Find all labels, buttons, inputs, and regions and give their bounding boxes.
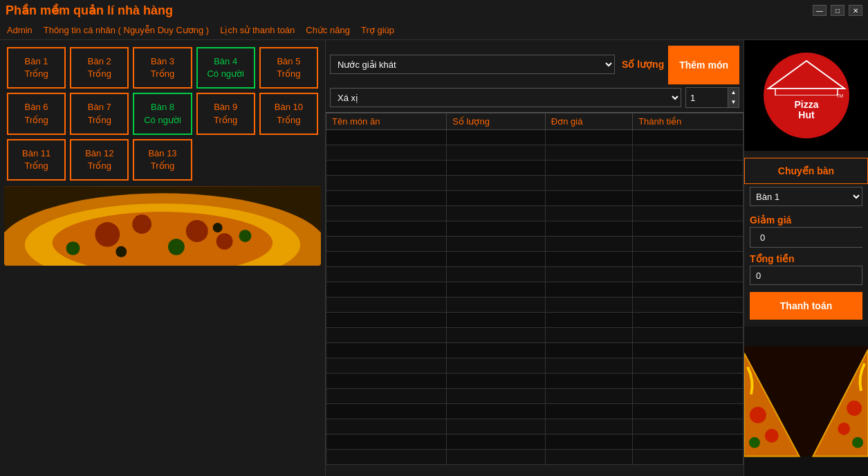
table-button-ban4[interactable]: Bàn 4Có người xyxy=(196,47,255,89)
table-label: Bàn 12 xyxy=(85,147,113,160)
svg-text:Hut: Hut xyxy=(798,109,815,120)
cell-ten-mon xyxy=(326,206,447,221)
table-button-ban12[interactable]: Bàn 12Trống xyxy=(70,139,129,181)
table-row xyxy=(326,343,744,358)
cell-ten-mon xyxy=(326,145,447,161)
table-select[interactable]: Bàn 1Bàn 2Bàn 3Bàn 4Bàn 5Bàn 6Bàn 7Bàn 8… xyxy=(750,187,862,206)
cell-don-gia xyxy=(545,130,632,145)
menu-lichsu[interactable]: Lịch sử thanh toán xyxy=(220,25,295,35)
menu-admin[interactable]: Admin xyxy=(7,25,33,35)
svg-point-23 xyxy=(838,423,850,435)
qty-down-button[interactable]: ▼ xyxy=(728,98,739,107)
cell-don-gia xyxy=(545,267,632,282)
table-row xyxy=(326,389,744,404)
cell-don-gia xyxy=(545,343,632,358)
table-status: Trống xyxy=(277,68,300,80)
them-mon-button[interactable]: Thêm món xyxy=(668,46,739,84)
menu-trogiup[interactable]: Trợ giúp xyxy=(361,25,394,35)
table-row xyxy=(326,374,744,389)
cell-so-luong xyxy=(447,252,546,267)
cell-so-luong xyxy=(447,282,546,298)
table-row xyxy=(326,145,744,161)
cell-don-gia xyxy=(545,237,632,252)
cell-ten-mon xyxy=(326,434,447,450)
table-button-ban5[interactable]: Bàn 5Trống xyxy=(259,47,318,89)
minimize-button[interactable]: — xyxy=(813,5,827,16)
svg-point-22 xyxy=(847,401,862,416)
cell-ten-mon xyxy=(326,221,447,237)
cell-ten-mon xyxy=(326,282,447,298)
pizza-bottom-image xyxy=(744,327,868,476)
cell-so-luong xyxy=(447,176,546,191)
qty-input[interactable] xyxy=(686,88,728,107)
window-controls: — □ ✕ xyxy=(813,5,862,16)
cell-so-luong xyxy=(447,313,546,328)
cell-thanh-tien xyxy=(633,434,744,450)
app-title: Phần mềm quản lí nhà hàng xyxy=(6,3,173,18)
cell-so-luong xyxy=(447,343,546,358)
cell-don-gia xyxy=(545,298,632,313)
table-row xyxy=(326,206,744,221)
table-button-ban8[interactable]: Bàn 8Có người xyxy=(133,93,192,134)
pizza-logo-area: Pizza Hut TM xyxy=(744,40,868,151)
cell-thanh-tien xyxy=(633,252,744,267)
cell-don-gia xyxy=(545,450,632,465)
qty-up-button[interactable]: ▲ xyxy=(728,88,739,98)
table-row xyxy=(326,221,744,237)
cell-so-luong xyxy=(447,237,546,252)
svg-point-12 xyxy=(213,223,223,232)
table-button-ban6[interactable]: Bàn 6Trống xyxy=(7,93,66,134)
cell-thanh-tien xyxy=(633,237,744,252)
cell-thanh-tien xyxy=(633,221,744,237)
thanh-toan-button[interactable]: Thanh toán xyxy=(750,292,862,320)
left-panel: Bàn 1TrốngBàn 2TrốngBàn 3TrốngBàn 4Có ng… xyxy=(0,40,325,476)
cell-don-gia xyxy=(545,176,632,191)
cell-don-gia xyxy=(545,434,632,450)
item-select[interactable]: Xá xị Coca Cola Pepsi 7-Up xyxy=(330,88,681,107)
cell-so-luong xyxy=(447,145,546,161)
table-status: Trống xyxy=(277,114,300,127)
cell-so-luong xyxy=(447,328,546,343)
close-button[interactable]: ✕ xyxy=(849,5,862,16)
table-button-ban10[interactable]: Bàn 10Trống xyxy=(259,93,318,134)
svg-point-4 xyxy=(95,222,120,247)
table-status: Trống xyxy=(24,114,48,127)
table-row xyxy=(326,130,744,145)
cell-thanh-tien xyxy=(633,130,744,145)
cell-don-gia xyxy=(545,145,632,161)
table-row xyxy=(326,191,744,206)
cell-don-gia xyxy=(545,252,632,267)
table-button-ban9[interactable]: Bàn 9Trống xyxy=(196,93,255,134)
table-label: Bàn 5 xyxy=(277,55,300,68)
table-row xyxy=(326,282,744,298)
svg-point-21 xyxy=(749,437,760,448)
table-button-ban1[interactable]: Bàn 1Trống xyxy=(7,47,66,89)
cell-ten-mon xyxy=(326,343,447,358)
menu-chucnang[interactable]: Chức năng xyxy=(306,25,350,35)
table-button-ban2[interactable]: Bàn 2Trống xyxy=(70,47,129,89)
chuyen-ban-button[interactable]: Chuyển bàn xyxy=(744,158,868,184)
menu-thongtin[interactable]: Thông tin cá nhân ( Nguyễn Duy Cương ) xyxy=(44,25,209,35)
cell-so-luong xyxy=(447,404,546,419)
maximize-button[interactable]: □ xyxy=(831,5,844,16)
table-button-ban11[interactable]: Bàn 11Trống xyxy=(7,139,66,181)
table-row xyxy=(326,176,744,191)
category-select[interactable]: Nước giải khát Đồ ăn Pizza xyxy=(330,55,615,74)
table-button-ban7[interactable]: Bàn 7Trống xyxy=(70,93,129,134)
table-row xyxy=(326,298,744,313)
table-button-ban3[interactable]: Bàn 3Trống xyxy=(133,47,192,89)
cell-thanh-tien xyxy=(633,145,744,161)
table-status: Có người xyxy=(144,114,181,127)
cell-ten-mon xyxy=(326,374,447,389)
cell-so-luong xyxy=(447,374,546,389)
cell-ten-mon xyxy=(326,176,447,191)
main-container: Bàn 1TrốngBàn 2TrốngBàn 3TrốngBàn 4Có ng… xyxy=(0,40,868,476)
svg-point-20 xyxy=(765,429,779,443)
cell-thanh-tien xyxy=(633,450,744,465)
cell-thanh-tien xyxy=(633,282,744,298)
giam-gia-input[interactable] xyxy=(756,228,868,247)
cell-ten-mon xyxy=(326,191,447,206)
table-label: Bàn 1 xyxy=(25,55,48,68)
table-button-ban13[interactable]: Bàn 13Trống xyxy=(133,139,192,181)
table-grid: Bàn 1TrốngBàn 2TrốngBàn 3TrốngBàn 4Có ng… xyxy=(4,44,321,183)
